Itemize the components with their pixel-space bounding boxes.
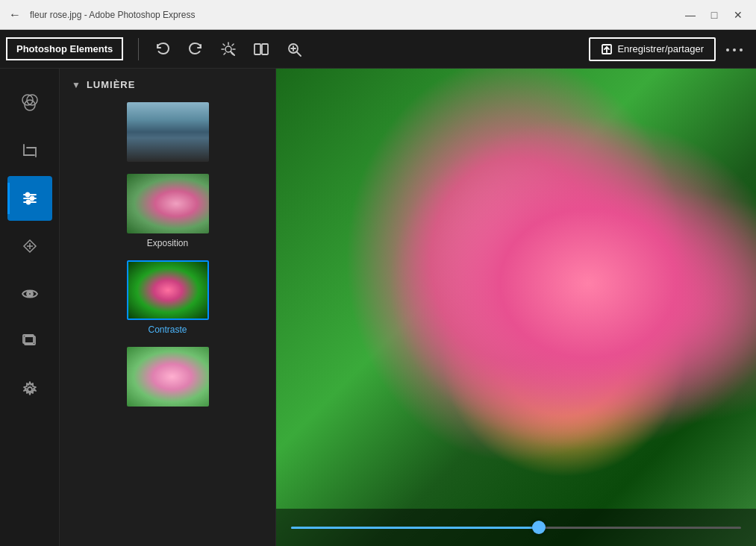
- panel-area: ▼ LUMIÈRE Exposition Contraste: [60, 69, 276, 546]
- redo-button[interactable]: [181, 34, 210, 64]
- magic-button[interactable]: [213, 34, 243, 64]
- slider-thumb[interactable]: [532, 521, 546, 534]
- svg-point-37: [28, 292, 31, 295]
- slider-fill: [291, 527, 539, 529]
- chevron-down-icon: ▼: [72, 80, 81, 90]
- eye-icon: [21, 285, 39, 303]
- undo-button[interactable]: [148, 34, 178, 64]
- save-icon: [601, 43, 613, 55]
- svg-line-5: [224, 53, 225, 54]
- color-wheel-icon: [20, 93, 40, 113]
- zoom-icon: [286, 41, 302, 57]
- exposition-label: Exposition: [147, 238, 188, 248]
- layers-icon: [21, 333, 39, 351]
- canvas-area: [276, 69, 756, 546]
- undo-icon: [154, 41, 171, 57]
- svg-line-4: [223, 44, 225, 46]
- window-title: fleur rose.jpg - Adobe Photoshop Express: [30, 10, 672, 20]
- compare-icon: [253, 41, 269, 57]
- toolbar-divider-1: [138, 38, 139, 60]
- thumbnail-exposition: [127, 174, 209, 233]
- redo-icon: [187, 41, 204, 57]
- healing-icon: [21, 237, 39, 255]
- back-button[interactable]: ←: [9, 8, 21, 22]
- left-sidebar: [0, 69, 60, 546]
- thumbnail-building: [127, 102, 209, 162]
- thumbnail-contraste: [127, 260, 209, 320]
- svg-line-1: [232, 44, 234, 46]
- svg-point-19: [740, 48, 743, 51]
- svg-point-32: [30, 197, 34, 201]
- svg-point-33: [26, 201, 30, 204]
- save-label: Enregistrer/partager: [617, 43, 704, 54]
- settings-icon: [21, 380, 39, 398]
- thumbnail-light: [127, 347, 209, 407]
- sidebar-item-crop[interactable]: [7, 128, 52, 173]
- svg-rect-9: [254, 44, 260, 54]
- magic-icon: [220, 41, 237, 57]
- main-layout: ▼ LUMIÈRE Exposition Contraste: [0, 69, 756, 546]
- adjustments-icon: [21, 189, 39, 207]
- slider-track[interactable]: [291, 527, 741, 529]
- zoom-button[interactable]: [279, 34, 309, 64]
- section-title: LUMIÈRE: [87, 79, 136, 90]
- list-item[interactable]: Contraste: [60, 256, 275, 342]
- minimize-button[interactable]: —: [681, 6, 699, 24]
- sidebar-item-adjustments[interactable]: [7, 176, 52, 221]
- maximize-button[interactable]: □: [705, 6, 723, 24]
- close-button[interactable]: ✕: [729, 6, 747, 24]
- svg-point-17: [726, 48, 729, 51]
- panel-header: ▼ LUMIÈRE: [60, 69, 275, 98]
- list-item[interactable]: [60, 98, 275, 169]
- more-icon: [726, 47, 743, 53]
- contraste-label: Contraste: [148, 324, 187, 335]
- save-share-button[interactable]: Enregistrer/partager: [589, 37, 716, 61]
- more-options-button[interactable]: [719, 37, 750, 61]
- slider-container: [276, 509, 756, 546]
- list-item[interactable]: Exposition: [60, 169, 275, 256]
- svg-point-40: [28, 387, 32, 392]
- svg-rect-10: [262, 44, 268, 54]
- app-logo: Photoshop Elements: [6, 37, 123, 60]
- top-toolbar: Photoshop Elements: [0, 30, 756, 69]
- sidebar-item-layers[interactable]: [7, 319, 52, 364]
- main-image: [276, 69, 756, 546]
- sidebar-item-eye[interactable]: [7, 272, 52, 316]
- svg-point-18: [733, 48, 736, 51]
- sidebar-item-colors[interactable]: [7, 81, 52, 125]
- sidebar-item-healing[interactable]: [7, 224, 52, 269]
- crop-icon: [21, 142, 39, 160]
- sidebar-item-settings[interactable]: [7, 367, 52, 412]
- window-controls: — □ ✕: [681, 6, 747, 24]
- compare-button[interactable]: [246, 34, 276, 64]
- svg-line-12: [297, 52, 301, 56]
- title-bar: ← fleur rose.jpg - Adobe Photoshop Expre…: [0, 0, 756, 30]
- svg-point-31: [25, 193, 29, 197]
- list-item[interactable]: [60, 342, 275, 414]
